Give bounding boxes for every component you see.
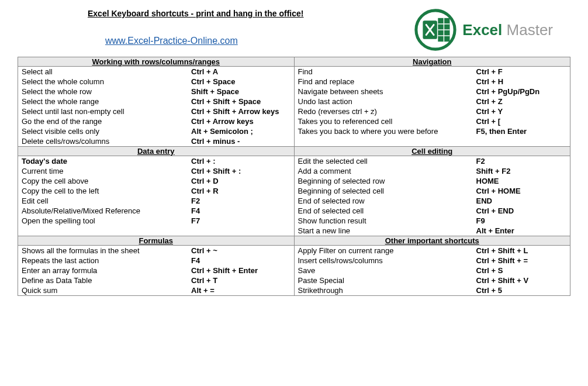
shortcut-row: Select the whole rangeCtrl + Shift + Spa… (18, 96, 294, 106)
page-title: Excel Keyboard shortcuts - print and han… (88, 9, 304, 18)
shortcut-row: Go the end of the rangeCtrl + Arrow keys (18, 116, 294, 126)
shortcut-key: Shift + Space (191, 87, 239, 96)
shortcut-key: F2 (191, 197, 200, 205)
shortcut-key: Alt + = (191, 286, 215, 295)
shortcut-row: Paste SpecialCtrl + Shift + V (295, 275, 570, 285)
site-link[interactable]: www.Excel-Practice-Online.com (88, 36, 238, 46)
shortcut-key: END (476, 197, 492, 205)
section-body-rows-cols: Select allCtrl + ASelect the whole colum… (18, 67, 295, 147)
shortcut-desc: Navigate between sheets (298, 87, 476, 96)
shortcut-desc: Select all (22, 67, 191, 76)
shortcut-row: Select allCtrl + A (18, 67, 294, 77)
shortcut-desc: Select the whole column (22, 77, 191, 86)
section-header-rows-cols: Working with rows/columns/ranges (18, 57, 295, 67)
shortcut-desc: Insert cells/rows/columns (298, 256, 476, 265)
shortcut-row: Define as Data TableCtrl + T (18, 275, 294, 285)
shortcut-key: Ctrl + END (476, 206, 514, 215)
shortcut-desc: Undo last action (298, 97, 476, 106)
shortcut-key: Ctrl + D (191, 177, 219, 185)
shortcut-row: Select the whole columnCtrl + Space (18, 77, 294, 87)
shortcut-row: Copy the cell to the leftCtrl + R (18, 186, 294, 196)
shortcut-desc: Select the whole range (22, 97, 191, 106)
shortcut-row: End of selected rowEND (295, 196, 570, 206)
shortcut-desc: Absolute/Relative/Mixed Reference (22, 206, 191, 215)
shortcut-row: Navigate between sheets Ctrl + PgUp/PgDn (295, 87, 570, 96)
shortcut-key: Ctrl + Shift + = (476, 256, 528, 265)
section-body-cell-editing: Edit the selected cellF2Add a commentShi… (294, 156, 570, 236)
shortcut-key: F7 (191, 216, 200, 225)
shortcut-desc: Select the whole row (22, 87, 191, 96)
shortcut-desc: Beginning of selected row (298, 177, 476, 185)
shortcut-row: Redo (reverses ctrl + z)Ctrl + Y (295, 106, 570, 116)
shortcut-key: F4 (191, 206, 200, 215)
shortcut-key: Ctrl + Arrow keys (191, 117, 254, 126)
shortcut-row: StrikethroughCtrl + 5 (295, 285, 570, 295)
shortcut-desc: Copy the cell to the left (22, 187, 191, 195)
shortcut-row: Takes you to referenced cellCtrl + [ (295, 116, 570, 126)
shortcut-desc: Paste Special (298, 276, 476, 285)
shortcut-row: Takes you back to where you were beforeF… (295, 126, 570, 136)
shortcut-desc: Delete cells/rows/columns (22, 137, 191, 146)
shortcut-key: Ctrl + Shift + V (476, 276, 529, 285)
shortcut-row: FindCtrl + F (295, 67, 570, 77)
shortcut-desc: Go the end of the range (22, 117, 191, 126)
shortcut-row: Edit cellF2 (18, 196, 294, 206)
shortcut-key: Ctrl + 5 (476, 286, 502, 295)
shortcut-desc: Select visible cells only (22, 127, 191, 136)
shortcut-row: Show function resultF9 (295, 216, 570, 226)
section-body-navigation: FindCtrl + FFind and replaceCtrl + HNavi… (294, 67, 570, 147)
shortcut-desc: Enter an array formula (22, 266, 191, 275)
shortcut-desc: Add a comment (298, 167, 476, 175)
shortcut-desc: Show function result (298, 216, 476, 225)
section-header-other: Other important shortcuts (294, 236, 570, 246)
shortcut-key: Ctrl + Shift + L (476, 246, 528, 255)
shortcut-row: Apply Filter on current rangeCtrl + Shif… (295, 246, 570, 256)
shortcut-desc: Strikethrough (298, 286, 476, 295)
shortcut-row: Add a commentShift + F2 (295, 166, 570, 176)
logo-text: Excel Master (462, 21, 553, 39)
shortcut-desc: Redo (reverses ctrl + z) (298, 107, 476, 116)
header: Excel Keyboard shortcuts - print and han… (18, 9, 570, 51)
shortcut-key: Ctrl + [ (476, 117, 501, 126)
shortcut-row: Beginning of selected cellCtrl + HOME (295, 186, 570, 196)
shortcut-key: Shift + F2 (476, 167, 511, 175)
shortcut-desc: End of selected row (298, 197, 476, 205)
shortcut-row: Select the whole rowShift + Space (18, 87, 294, 96)
shortcut-desc: Shows all the formulas in the sheet (22, 246, 191, 255)
shortcut-key: Ctrl + Shift + : (191, 167, 241, 175)
shortcut-key: Alt + Semicolon ; (191, 127, 253, 136)
shortcuts-table: Working with rows/columns/ranges Navigat… (18, 57, 570, 296)
shortcut-key: Alt + Enter (476, 226, 514, 235)
section-body-other: Apply Filter on current rangeCtrl + Shif… (294, 246, 570, 296)
shortcut-desc: Define as Data Table (22, 276, 191, 285)
shortcut-desc: Today's date (22, 157, 191, 166)
header-left: Excel Keyboard shortcuts - print and han… (18, 9, 304, 46)
shortcut-key: Ctrl + Shift + Space (191, 97, 261, 106)
shortcut-key: Ctrl + ~ (191, 246, 217, 255)
shortcut-row: Start a new lineAlt + Enter (295, 226, 570, 236)
shortcut-row: End of selected cellCtrl + END (295, 206, 570, 216)
shortcut-desc: Find (298, 67, 476, 76)
shortcut-desc: Quick sum (22, 286, 191, 295)
shortcut-desc: Current time (22, 167, 191, 175)
shortcut-desc: Open the spelling tool (22, 216, 191, 225)
shortcut-row: Open the spelling toolF7 (18, 216, 294, 226)
shortcut-row: SaveCtrl + S (295, 266, 570, 275)
section-header-navigation: Navigation (294, 57, 570, 67)
shortcut-row: Undo last actionCtrl + Z (295, 96, 570, 106)
shortcut-key: F2 (476, 157, 485, 166)
shortcut-desc: Edit the selected cell (298, 157, 476, 166)
shortcut-key: Ctrl + T (191, 276, 217, 285)
logo: Excel Master (414, 9, 553, 51)
shortcut-row: Copy the cell aboveCtrl + D (18, 176, 294, 186)
shortcut-key: Ctrl + Space (191, 77, 236, 86)
shortcut-key: F4 (191, 256, 200, 265)
shortcut-row: Enter an array formulaCtrl + Shift + Ent… (18, 266, 294, 275)
shortcut-desc: Beginning of selected cell (298, 187, 476, 195)
shortcut-desc: End of selected cell (298, 206, 476, 215)
shortcut-key: Ctrl + Shift + Enter (191, 266, 258, 275)
shortcut-row: Repeats the last actionF4 (18, 256, 294, 266)
shortcut-desc: Start a new line (298, 226, 476, 235)
shortcut-key: Ctrl + F (476, 67, 503, 76)
shortcut-desc: Apply Filter on current range (298, 246, 476, 255)
